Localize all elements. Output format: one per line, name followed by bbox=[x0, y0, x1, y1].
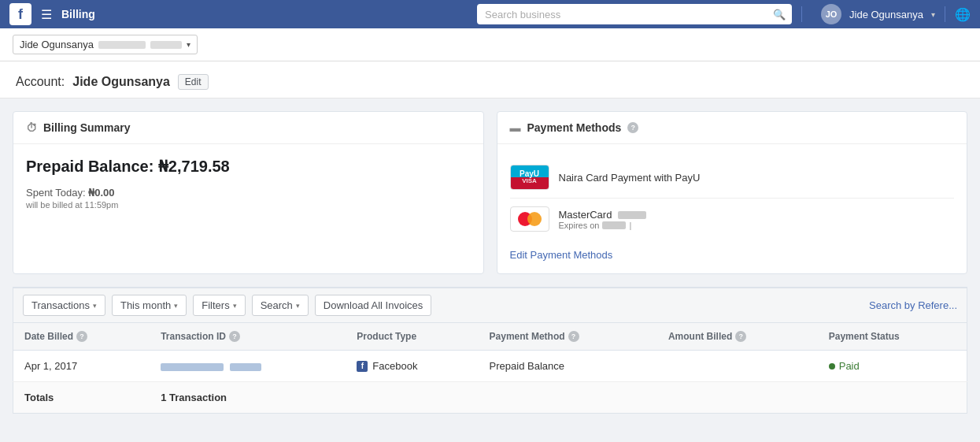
transactions-chevron-icon: ▾ bbox=[93, 302, 97, 310]
paid-label: Paid bbox=[839, 360, 860, 372]
payment-methods-body: PayU VISA Naira Card Payment with PayU M… bbox=[497, 144, 967, 273]
payment-mastercard-name: MasterCard bbox=[559, 209, 955, 221]
col-payment-status: Payment Status bbox=[818, 323, 967, 351]
filters-label: Filters bbox=[202, 299, 229, 311]
hamburger-menu-icon[interactable]: ☰ bbox=[41, 7, 52, 22]
edit-account-button[interactable]: Edit bbox=[178, 74, 209, 90]
col-transaction-id: Transaction ID ? bbox=[150, 323, 346, 351]
account-id-blurred bbox=[98, 41, 146, 49]
billed-note: will be billed at 11:59pm bbox=[26, 200, 471, 210]
totals-empty-4 bbox=[818, 382, 967, 414]
table-row: Apr 1, 2017 f Facebook Prepaid Balance bbox=[13, 351, 967, 382]
search-bar[interactable]: 🔍 bbox=[477, 4, 792, 24]
search-chevron-icon: ▾ bbox=[296, 302, 300, 310]
billing-summary-card: ⏱ Billing Summary Prepaid Balance: ₦2,71… bbox=[13, 111, 484, 274]
nav-user-area: JO Jide Ogunsanya ▾ bbox=[821, 4, 935, 24]
clock-icon: ⏱ bbox=[26, 121, 37, 134]
cell-transaction-id bbox=[150, 351, 346, 382]
cell-payment-method: Prepaid Balance bbox=[479, 351, 657, 382]
account-dropdown[interactable]: Jide Ogunsanya ▾ bbox=[13, 35, 198, 54]
cell-amount-billed bbox=[657, 351, 818, 382]
product-type-label: Facebook bbox=[372, 360, 417, 372]
mastercard-logo-icon bbox=[510, 206, 549, 232]
prepaid-balance: Prepaid Balance: ₦2,719.58 bbox=[26, 157, 471, 176]
billing-summary-title: Billing Summary bbox=[43, 121, 130, 134]
totals-empty-2 bbox=[479, 382, 657, 414]
transactions-area: Transactions ▾ This month ▾ Filters ▾ Se… bbox=[13, 287, 967, 414]
search-input[interactable] bbox=[477, 4, 792, 24]
mc-yellow-circle bbox=[527, 212, 542, 226]
card-number-blurred bbox=[618, 211, 646, 219]
page-header: Account: Jide Ogunsanya Edit bbox=[0, 61, 980, 98]
top-navigation: f ☰ Billing 🔍 JO Jide Ogunsanya ▾ 🌐 bbox=[0, 0, 980, 28]
col-amount-billed: Amount Billed ? bbox=[657, 323, 818, 351]
payment-option-payu-info: Naira Card Payment with PayU bbox=[559, 172, 955, 184]
download-label: Download All Invoices bbox=[324, 299, 423, 311]
transaction-id-blurred-2 bbox=[230, 363, 261, 371]
payment-option-mastercard: MasterCard Expires on | bbox=[510, 199, 955, 240]
transactions-dropdown-button[interactable]: Transactions ▾ bbox=[23, 295, 105, 316]
spent-today: Spent Today: ₦0.00 bbox=[26, 187, 471, 199]
account-dropdown-chevron-icon[interactable]: ▾ bbox=[187, 40, 190, 49]
totals-count: 1 Transaction bbox=[150, 382, 346, 414]
paid-status-dot bbox=[829, 363, 835, 370]
transactions-toolbar: Transactions ▾ This month ▾ Filters ▾ Se… bbox=[13, 288, 967, 322]
billing-summary-body: Prepaid Balance: ₦2,719.58 Spent Today: … bbox=[13, 144, 483, 222]
download-invoices-button[interactable]: Download All Invoices bbox=[315, 295, 431, 316]
payment-methods-header: ▬ Payment Methods ? bbox=[497, 112, 967, 144]
billing-summary-header: ⏱ Billing Summary bbox=[13, 112, 483, 144]
filters-chevron-icon: ▾ bbox=[233, 302, 237, 310]
nav-title: Billing bbox=[61, 8, 95, 20]
totals-row: Totals 1 Transaction bbox=[13, 382, 967, 414]
globe-icon[interactable]: 🌐 bbox=[955, 7, 971, 22]
payment-methods-card: ▬ Payment Methods ? PayU VISA Naira Card… bbox=[497, 111, 968, 274]
user-menu-chevron-icon[interactable]: ▾ bbox=[931, 10, 935, 19]
totals-empty-1 bbox=[346, 382, 478, 414]
cell-payment-status: Paid bbox=[818, 351, 967, 382]
transaction-id-blurred bbox=[161, 363, 224, 371]
col-product-type: Product Type bbox=[346, 323, 478, 351]
cell-product-type: f Facebook bbox=[346, 351, 478, 382]
table-body: Apr 1, 2017 f Facebook Prepaid Balance bbox=[13, 351, 967, 414]
payment-methods-title: Payment Methods bbox=[527, 121, 622, 134]
facebook-product-icon: f bbox=[357, 361, 368, 372]
nav-divider bbox=[801, 6, 802, 22]
payment-option-mastercard-info: MasterCard Expires on | bbox=[559, 209, 955, 230]
account-label: Account: bbox=[16, 75, 65, 89]
search-icon: 🔍 bbox=[773, 9, 786, 20]
search-button[interactable]: Search ▾ bbox=[252, 295, 309, 316]
filters-dropdown-button[interactable]: Filters ▾ bbox=[193, 295, 245, 316]
this-month-chevron-icon: ▾ bbox=[174, 302, 178, 310]
transactions-label: Transactions bbox=[31, 299, 90, 311]
search-by-reference-link[interactable]: Search by Refere... bbox=[869, 299, 957, 311]
transactions-table: Date Billed ? Transaction ID ? Product T… bbox=[13, 322, 967, 414]
account-bar: Jide Ogunsanya ▾ bbox=[0, 28, 980, 61]
payment-icon: ▬ bbox=[510, 121, 521, 134]
cell-date: Apr 1, 2017 bbox=[13, 351, 150, 382]
payment-payu-name: Naira Card Payment with PayU bbox=[559, 172, 955, 184]
avatar: JO bbox=[821, 4, 841, 24]
payment-option-payu: PayU VISA Naira Card Payment with PayU bbox=[510, 157, 955, 199]
payu-logo-icon: PayU VISA bbox=[510, 165, 549, 190]
account-dropdown-name: Jide Ogunsanya bbox=[20, 39, 94, 50]
expiry-date-blurred bbox=[602, 221, 626, 229]
nav-divider-2 bbox=[945, 6, 945, 22]
col-payment-method: Payment Method ? bbox=[479, 323, 657, 351]
payment-method-help-icon[interactable]: ? bbox=[568, 331, 579, 342]
page-account-name: Jide Ogunsanya bbox=[72, 75, 170, 89]
transaction-id-help-icon[interactable]: ? bbox=[229, 331, 240, 342]
amount-billed-help-icon[interactable]: ? bbox=[735, 331, 746, 342]
payment-help-icon[interactable]: ? bbox=[627, 122, 638, 133]
this-month-dropdown-button[interactable]: This month ▾ bbox=[112, 295, 187, 316]
table-header: Date Billed ? Transaction ID ? Product T… bbox=[13, 323, 967, 351]
main-content: ⏱ Billing Summary Prepaid Balance: ₦2,71… bbox=[0, 98, 980, 287]
edit-payment-methods-link[interactable]: Edit Payment Methods bbox=[510, 240, 955, 261]
search-label: Search bbox=[261, 299, 293, 311]
account-extra-blurred bbox=[150, 41, 182, 49]
payment-expires: Expires on | bbox=[559, 221, 955, 230]
totals-label: Totals bbox=[13, 382, 150, 414]
col-date-billed: Date Billed ? bbox=[13, 323, 150, 351]
facebook-logo-icon: f bbox=[9, 3, 31, 25]
date-billed-help-icon[interactable]: ? bbox=[76, 331, 87, 342]
this-month-label: This month bbox=[120, 299, 171, 311]
